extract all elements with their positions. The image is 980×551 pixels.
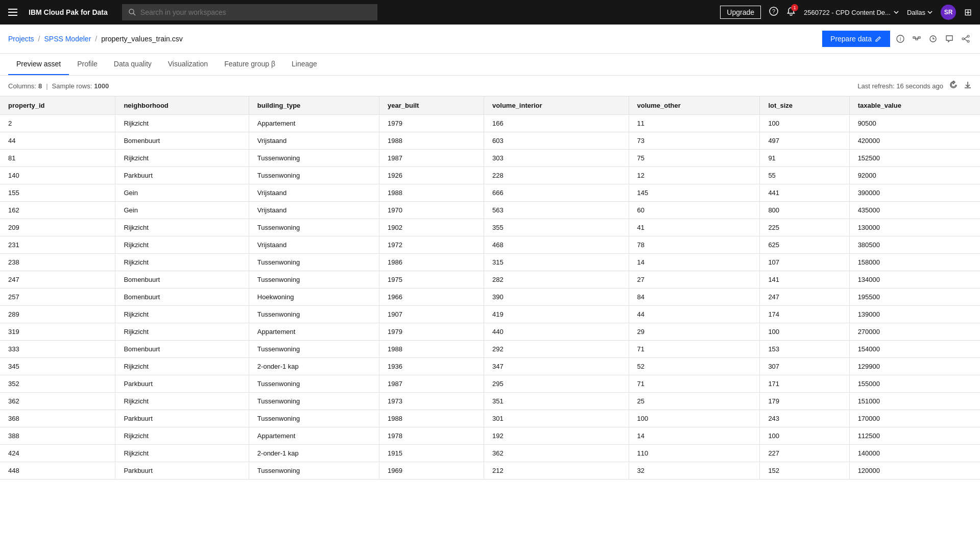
- svg-point-12: [967, 35, 969, 37]
- search-icon: [128, 8, 136, 16]
- table-cell: 32: [629, 462, 760, 480]
- tab-bar: Preview asset Profile Data quality Visua…: [0, 54, 980, 76]
- breadcrumb-projects[interactable]: Projects: [8, 35, 34, 43]
- table-cell: 1969: [379, 462, 484, 480]
- info-icon-button[interactable]: i: [894, 33, 906, 45]
- table-cell: Tussenwoning: [249, 462, 379, 480]
- svg-line-10: [918, 38, 918, 39]
- table-cell: 81: [0, 150, 115, 167]
- table-cell: 243: [760, 410, 849, 427]
- table-cell: 100: [629, 410, 760, 427]
- table-cell: 1970: [379, 202, 484, 219]
- tab-lineage[interactable]: Lineage: [283, 54, 325, 75]
- prepare-data-button[interactable]: Prepare data: [822, 31, 890, 47]
- col-header-taxable-value: taxable_value: [849, 97, 980, 115]
- table-cell: 140: [0, 167, 115, 184]
- refresh-button[interactable]: [949, 81, 958, 91]
- svg-text:i: i: [900, 36, 901, 42]
- table-cell: 448: [0, 462, 115, 480]
- table-cell: Vrijstaand: [249, 132, 379, 150]
- table-cell: 129900: [849, 358, 980, 375]
- table-meta-bar: Columns: 8 | Sample rows: 1000 Last refr…: [0, 76, 980, 97]
- table-cell: 73: [629, 132, 760, 150]
- table-cell: 11: [629, 115, 760, 132]
- notifications-icon[interactable]: 1: [786, 7, 796, 18]
- table-cell: Bomenbuurt: [115, 341, 249, 358]
- col-header-property-id: property_id: [0, 97, 115, 115]
- tab-profile[interactable]: Profile: [69, 54, 106, 75]
- table-row: 448ParkbuurtTussenwoning1969212321521200…: [0, 462, 980, 480]
- tab-visualization[interactable]: Visualization: [160, 54, 216, 75]
- table-cell: 1975: [379, 271, 484, 289]
- table-cell: 497: [760, 132, 849, 150]
- col-header-year-built: year_built: [379, 97, 484, 115]
- table-cell: Rijkzicht: [115, 150, 249, 167]
- lineage-icon-button[interactable]: [911, 33, 923, 45]
- table-cell: 141: [760, 271, 849, 289]
- table-wrapper[interactable]: property_id neighborhood building_type y…: [0, 97, 980, 480]
- col-header-building-type: building_type: [249, 97, 379, 115]
- table-cell: 29: [629, 323, 760, 341]
- table-cell: 424: [0, 445, 115, 462]
- table-cell: 145: [629, 184, 760, 202]
- table-cell: Tussenwoning: [249, 375, 379, 393]
- tab-feature-group[interactable]: Feature group β: [216, 54, 283, 75]
- help-icon[interactable]: ?: [769, 7, 778, 18]
- upgrade-button[interactable]: Upgrade: [720, 6, 761, 19]
- sample-label: Sample rows:: [52, 82, 92, 90]
- table-row: 162GeinVrijstaand197056360800435000: [0, 202, 980, 219]
- table-cell: 75: [629, 150, 760, 167]
- account-switcher[interactable]: 2560722 - CPD Content De...: [804, 9, 899, 16]
- table-cell: 303: [484, 150, 629, 167]
- app-switcher-icon[interactable]: ⊞: [964, 7, 972, 18]
- table-cell: 14: [629, 427, 760, 445]
- menu-icon[interactable]: [8, 9, 18, 16]
- table-cell: 270000: [849, 323, 980, 341]
- table-cell: 174: [760, 306, 849, 323]
- table-row: 2RijkzichtAppartement19791661110090500: [0, 115, 980, 132]
- table-cell: 44: [629, 306, 760, 323]
- edit-icon: [875, 35, 882, 42]
- table-row: 319RijkzichtAppartement19794402910027000…: [0, 323, 980, 341]
- table-cell: 84: [629, 289, 760, 306]
- search-input[interactable]: [140, 8, 371, 16]
- breadcrumb-spss[interactable]: SPSS Modeler: [44, 35, 91, 43]
- region-switcher[interactable]: Dallas: [907, 9, 933, 16]
- svg-point-0: [129, 9, 134, 14]
- table-cell: 1979: [379, 115, 484, 132]
- table-cell: Tussenwoning: [249, 167, 379, 184]
- tab-preview-asset[interactable]: Preview asset: [8, 54, 69, 75]
- table-cell: 351: [484, 393, 629, 410]
- global-search[interactable]: [122, 4, 377, 20]
- download-button[interactable]: [964, 81, 972, 91]
- svg-line-15: [964, 37, 967, 39]
- table-cell: 107: [760, 254, 849, 271]
- table-cell: 166: [484, 115, 629, 132]
- svg-rect-8: [918, 37, 920, 38]
- navbar-right: Upgrade ? 1 2560722 - CPD Content De... …: [720, 5, 972, 20]
- table-cell: 55: [760, 167, 849, 184]
- table-cell: 390000: [849, 184, 980, 202]
- table-cell: 100: [760, 115, 849, 132]
- table-cell: 130000: [849, 219, 980, 236]
- comment-icon-button[interactable]: [943, 33, 955, 45]
- share-icon-button[interactable]: [960, 33, 972, 45]
- history-icon-button[interactable]: [927, 33, 939, 45]
- table-cell: 179: [760, 393, 849, 410]
- avatar[interactable]: SR: [941, 5, 956, 20]
- table-cell: 100: [760, 427, 849, 445]
- table-cell: 257: [0, 289, 115, 306]
- col-header-volume-interior: volume_interior: [484, 97, 629, 115]
- table-cell: Parkbuurt: [115, 410, 249, 427]
- table-cell: Rijkzicht: [115, 427, 249, 445]
- table-row: 257BomenbuurtHoekwoning19663908424719550…: [0, 289, 980, 306]
- table-cell: 603: [484, 132, 629, 150]
- table-cell: 319: [0, 323, 115, 341]
- table-cell: 152: [760, 462, 849, 480]
- table-cell: 1988: [379, 184, 484, 202]
- table-cell: 25: [629, 393, 760, 410]
- tab-data-quality[interactable]: Data quality: [106, 54, 160, 75]
- brand-name: IBM Cloud Pak for Data: [29, 8, 108, 16]
- table-cell: 52: [629, 358, 760, 375]
- table-cell: 563: [484, 202, 629, 219]
